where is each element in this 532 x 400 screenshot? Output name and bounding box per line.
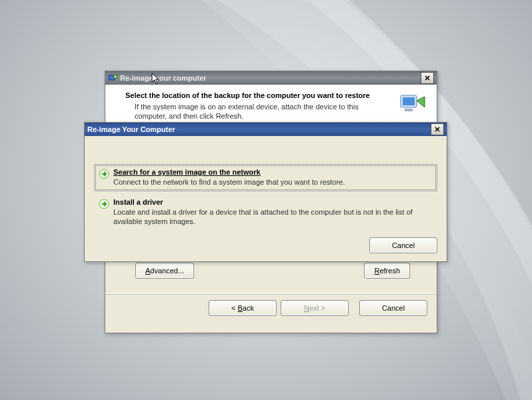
modal-titlebar[interactable]: Re-image Your Computer xyxy=(85,123,447,136)
arrow-right-icon xyxy=(99,169,109,179)
footer-separator xyxy=(105,293,437,295)
wizard-cancel-button[interactable]: Cancel xyxy=(359,300,427,316)
wizard-header-desc: If the system image is on an external de… xyxy=(125,102,390,121)
option-install-driver[interactable]: Install a driver Locate and install a dr… xyxy=(94,194,437,231)
modal-title: Re-image Your Computer xyxy=(87,125,175,133)
option-title: Install a driver xyxy=(113,198,434,206)
modal-body: Search for a system image on the network… xyxy=(85,136,447,261)
modal-window: Re-image Your Computer Search for a syst… xyxy=(84,122,447,262)
wizard-title: Re-image your computer xyxy=(120,74,207,82)
option-title: Search for a system image on the network xyxy=(113,168,434,176)
wizard-footer-buttons: < Back Next > Cancel xyxy=(209,300,427,316)
option-desc: Connect to the network to find a system … xyxy=(113,177,434,187)
wizard-header-bold: Select the location of the backup for th… xyxy=(125,91,390,99)
wizard-close-button[interactable] xyxy=(421,72,434,84)
advanced-button[interactable]: Advanced... xyxy=(135,263,194,279)
backup-icon xyxy=(397,91,426,118)
refresh-button[interactable]: Refresh xyxy=(364,263,410,279)
modal-cancel-button[interactable]: Cancel xyxy=(369,237,437,253)
arrow-right-icon xyxy=(99,199,109,209)
option-desc: Locate and install a driver for a device… xyxy=(113,207,434,226)
next-button: Next > xyxy=(281,300,349,316)
svg-rect-3 xyxy=(403,97,415,105)
wizard-titlebar[interactable]: Re-image your computer xyxy=(105,71,437,85)
app-icon xyxy=(108,73,117,83)
svg-rect-4 xyxy=(405,109,413,111)
desktop: Re-image your computer Select the locati… xyxy=(0,0,532,400)
option-search-network[interactable]: Search for a system image on the network… xyxy=(94,164,437,191)
modal-close-button[interactable] xyxy=(431,123,444,135)
back-button[interactable]: < Back xyxy=(209,300,277,316)
